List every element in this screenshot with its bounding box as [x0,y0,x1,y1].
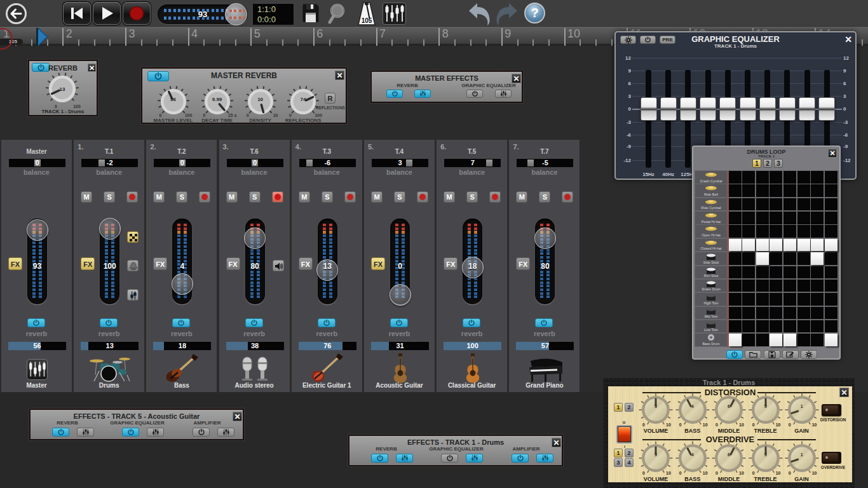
svg-text:105: 105 [362,17,372,24]
